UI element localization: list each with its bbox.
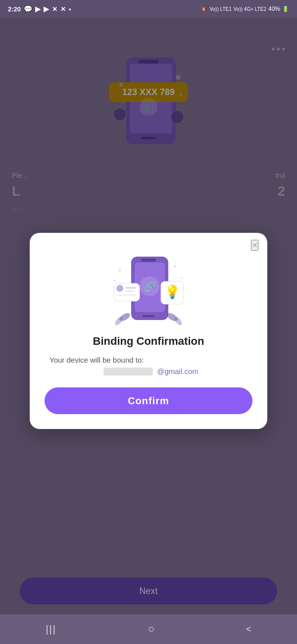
binding-illustration-svg: 🔗 💡 + + + +	[109, 248, 188, 327]
time-display: 2:20	[8, 5, 21, 13]
next-button[interactable]: Next	[20, 578, 277, 604]
x-icon: ✕	[52, 5, 57, 13]
battery-display: 40%	[268, 5, 280, 12]
svg-text:🔗: 🔗	[144, 280, 156, 292]
mute-icon: 🔇	[200, 6, 207, 12]
dot-icon: •	[69, 5, 71, 13]
email-suffix: @gmail.com	[157, 367, 198, 376]
svg-rect-16	[143, 315, 154, 317]
svg-text:+: +	[118, 266, 122, 274]
confirm-button[interactable]: Confirm	[45, 387, 252, 414]
nav-recents-icon[interactable]: <	[246, 624, 251, 635]
status-left: 2:20 💬 ▶ ▶ ✕ ✕ •	[8, 5, 71, 13]
modal-title: Binding Confirmation	[93, 335, 204, 348]
signal2-icon: Vo)) 4G+ LTE2	[234, 6, 266, 12]
whatsapp-icon: 💬	[24, 5, 32, 13]
email-blurred	[103, 368, 153, 376]
modal-body-text: Your device will be bound to:	[45, 356, 252, 364]
svg-text:+: +	[173, 263, 177, 270]
svg-text:+: +	[181, 275, 184, 281]
modal-overlay: × 🔗 💡	[0, 18, 297, 644]
youtube2-icon: ▶	[44, 5, 49, 13]
svg-text:+: +	[113, 278, 116, 283]
x2-icon: ✕	[60, 5, 66, 13]
svg-rect-22	[125, 290, 134, 292]
nav-back-icon[interactable]: |||	[46, 624, 56, 635]
battery-icon: 🔋	[282, 6, 289, 12]
youtube-icon: ▶	[35, 5, 41, 13]
signal1-icon: Vo)) LTE1	[209, 6, 231, 12]
modal-illustration: 🔗 💡 + + + +	[109, 248, 188, 327]
modal-email-line: @gmail.com	[99, 367, 198, 376]
binding-confirmation-modal: × 🔗 💡	[30, 233, 267, 429]
status-bar: 2:20 💬 ▶ ▶ ✕ ✕ • 🔇 Vo)) LTE1 Vo)) 4G+ LT…	[0, 0, 297, 18]
svg-rect-15	[141, 259, 156, 262]
bottom-nav: ||| ○ <	[0, 614, 297, 644]
svg-rect-23	[116, 294, 136, 296]
svg-point-20	[116, 285, 123, 292]
next-button-label: Next	[139, 586, 157, 596]
status-right: 🔇 Vo)) LTE1 Vo)) 4G+ LTE2 40% 🔋	[200, 5, 289, 12]
svg-text:💡: 💡	[164, 284, 181, 300]
modal-close-button[interactable]: ×	[251, 240, 258, 251]
nav-home-icon[interactable]: ○	[148, 623, 154, 636]
svg-rect-21	[125, 287, 136, 289]
